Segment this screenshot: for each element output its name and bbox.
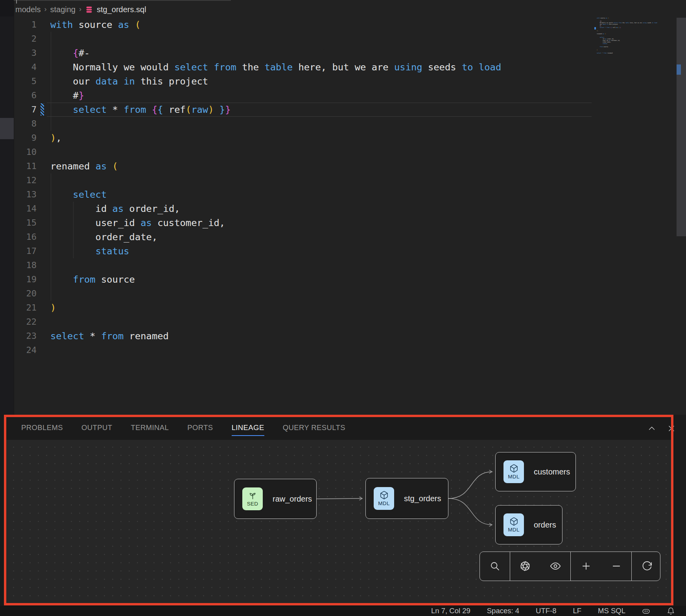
code-line: order_date, (50, 230, 501, 244)
lineage-node-stg_orders[interactable]: MDLstg_orders (365, 478, 448, 519)
toolbar-group (510, 552, 570, 581)
code-editor[interactable]: 123456789101112131415161718192021222324 … (14, 18, 594, 412)
line-number: 13 (14, 188, 37, 202)
tab-output[interactable]: OUTPUT (81, 421, 112, 436)
code-line: {#- (50, 46, 501, 60)
toolbar-group (480, 552, 510, 581)
breadcrumb: models›staging›stg_orders.sql (15, 3, 146, 16)
code-content[interactable]: with source as ( {#- Normally we would s… (50, 18, 501, 357)
breadcrumb-separator: › (79, 5, 81, 13)
lineage-edge-stg_orders-to-orders (448, 498, 492, 525)
plus-icon (581, 561, 592, 572)
code-line (50, 32, 501, 46)
code-line (50, 287, 501, 301)
line-number: 1 (14, 18, 37, 32)
tab-lineage[interactable]: LINEAGE (232, 421, 264, 436)
vscode-window: { "colors": { "keyword_blue": "#58a6e8",… (0, 0, 686, 616)
code-line: Normally we would select from the table … (50, 60, 501, 74)
line-number: 24 (14, 343, 37, 357)
tab-problems[interactable]: PROBLEMS (21, 421, 63, 436)
line-number: 17 (14, 244, 37, 258)
line-number: 6 (14, 88, 37, 103)
panel-tab-bar: PROBLEMSOUTPUTTERMINALPORTSLINEAGEQUERY … (6, 418, 678, 439)
line-number: 20 (14, 287, 37, 301)
panel-maximize-button[interactable] (647, 424, 656, 433)
line-number: 11 (14, 159, 37, 173)
cube-icon (380, 491, 389, 500)
tab-terminal[interactable]: TERMINAL (131, 421, 169, 436)
left-rail (0, 0, 14, 415)
status-language-mode[interactable]: MS SQL (598, 607, 625, 615)
editor-scrollbar[interactable] (676, 16, 686, 414)
lineage-node-customers[interactable]: MDLcustomers (495, 452, 576, 491)
lineage-canvas[interactable]: SEDraw_ordersMDLstg_ordersMDLcustomersMD… (6, 440, 673, 603)
tab-ports[interactable]: PORTS (187, 421, 213, 436)
plus-button[interactable] (580, 561, 592, 572)
breadcrumb-item-staging[interactable]: staging (50, 5, 76, 14)
minus-button[interactable] (610, 561, 622, 572)
status-cursor-position[interactable]: Ln 7, Col 29 (431, 607, 470, 615)
panel-close-button[interactable] (667, 424, 676, 433)
notifications-button[interactable] (667, 607, 675, 615)
line-number: 21 (14, 301, 37, 315)
eye-button[interactable] (550, 561, 561, 572)
line-number: 16 (14, 230, 37, 244)
search-icon (489, 561, 500, 572)
line-number: 9 (14, 131, 37, 145)
cube-icon (509, 464, 518, 473)
status-eol[interactable]: LF (573, 607, 581, 615)
aperture-icon (520, 561, 531, 572)
code-line: ), (50, 131, 501, 145)
refresh-button[interactable] (641, 561, 653, 572)
breadcrumb-file-name[interactable]: stg_orders.sql (97, 5, 146, 14)
lineage-node-raw_orders[interactable]: SEDraw_orders (234, 479, 317, 519)
line-number: 22 (14, 315, 37, 329)
code-line (597, 54, 672, 55)
mdl-badge: MDL (503, 460, 524, 483)
line-number: 19 (14, 272, 37, 287)
seedling-icon (248, 491, 257, 500)
minimap[interactable]: with source as ( {#- Normally we would s… (597, 17, 672, 61)
tab-query-results[interactable]: QUERY RESULTS (283, 421, 345, 436)
code-line: with source as ( (50, 18, 501, 32)
modified-line-indicator (41, 103, 44, 116)
scrollbar-slider[interactable] (677, 18, 686, 236)
code-line: #} (50, 88, 501, 103)
node-label: orders (534, 520, 556, 530)
lineage-edge-raw_orders-to-stg_orders (317, 498, 362, 499)
mdl-badge: MDL (374, 487, 394, 510)
node-label: stg_orders (404, 494, 441, 503)
refresh-icon (642, 561, 653, 572)
breadcrumb-item-models[interactable]: models (15, 5, 41, 14)
aperture-button[interactable] (519, 561, 531, 572)
copilot-icon (642, 607, 650, 615)
status-indentation[interactable]: Spaces: 4 (487, 607, 519, 615)
code-line (50, 258, 501, 272)
code-line: select * from {{ ref(raw) }} (50, 103, 501, 117)
search-button[interactable] (489, 561, 501, 572)
code-line: ) (50, 301, 501, 315)
database-icon (85, 6, 93, 14)
code-line (50, 173, 501, 188)
line-number: 3 (14, 46, 37, 60)
minimap-modified-marker (594, 27, 596, 29)
left-rail-scrollbar[interactable] (0, 118, 14, 139)
copilot-button[interactable] (642, 607, 650, 615)
line-number: 8 (14, 117, 37, 131)
status-bar: Ln 7, Col 29Spaces: 4UTF-8LFMS SQL (0, 606, 686, 616)
code-line (50, 315, 501, 329)
lineage-node-orders[interactable]: MDLorders (495, 505, 562, 544)
panel-actions (647, 424, 678, 433)
line-number: 15 (14, 216, 37, 230)
minus-icon (611, 561, 622, 572)
code-line (50, 343, 501, 357)
badge-label: MDL (508, 527, 519, 533)
chevron-up-icon (647, 424, 656, 433)
badge-label: MDL (508, 474, 519, 480)
code-line: select * from renamed (50, 329, 501, 343)
status-encoding[interactable]: UTF-8 (536, 607, 556, 615)
breadcrumb-separator: › (44, 5, 46, 13)
left-rail-top (0, 0, 14, 17)
code-line: user_id as customer_id, (50, 216, 501, 230)
eye-icon (550, 561, 561, 572)
